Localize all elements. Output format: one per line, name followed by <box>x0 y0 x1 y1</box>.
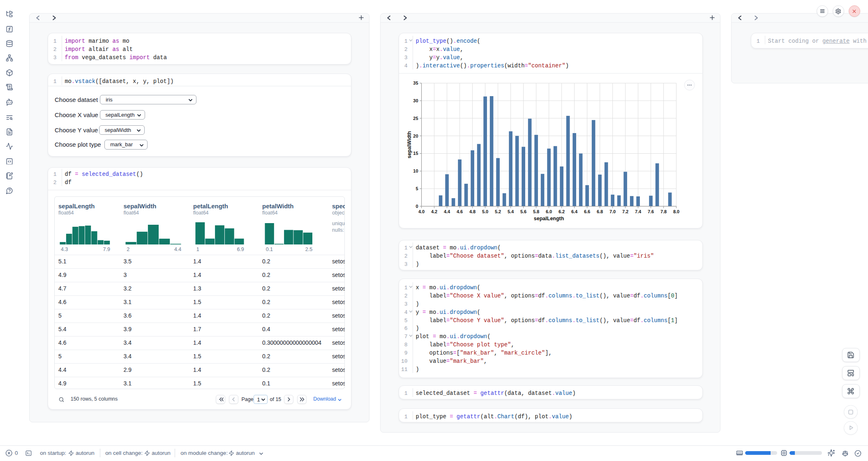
svg-text:7.0: 7.0 <box>609 209 616 214</box>
svg-text:30: 30 <box>413 98 418 103</box>
svg-text:20: 20 <box>413 134 418 138</box>
svg-text:5.6: 5.6 <box>520 209 526 214</box>
svg-text:6.2: 6.2 <box>559 209 565 214</box>
svg-text:5.2: 5.2 <box>495 209 501 214</box>
svg-text:7.4: 7.4 <box>635 209 642 214</box>
svg-text:35: 35 <box>413 81 418 85</box>
svg-text:5: 5 <box>416 186 418 191</box>
svg-text:4.2: 4.2 <box>431 209 437 214</box>
svg-text:sepalWidth: sepalWidth <box>406 131 412 159</box>
svg-text:5.8: 5.8 <box>533 209 539 214</box>
svg-text:6.4: 6.4 <box>571 209 578 214</box>
svg-text:6.0: 6.0 <box>546 209 552 214</box>
svg-text:5.4: 5.4 <box>508 209 514 214</box>
svg-text:10: 10 <box>413 168 418 173</box>
svg-text:25: 25 <box>413 116 418 121</box>
svg-text:4.6: 4.6 <box>457 209 463 214</box>
svg-text:5.0: 5.0 <box>482 209 488 214</box>
svg-text:7.8: 7.8 <box>660 209 667 214</box>
svg-text:6.8: 6.8 <box>597 209 603 214</box>
svg-text:4.4: 4.4 <box>444 209 450 214</box>
svg-text:sepalLength: sepalLength <box>534 216 564 221</box>
svg-text:7.2: 7.2 <box>622 209 628 214</box>
svg-text:4.8: 4.8 <box>469 209 476 214</box>
svg-text:15: 15 <box>413 151 418 156</box>
svg-text:4.0: 4.0 <box>418 209 425 214</box>
svg-text:6.6: 6.6 <box>584 209 590 214</box>
svg-text:0: 0 <box>416 204 418 209</box>
svg-text:7.6: 7.6 <box>648 209 654 214</box>
svg-text:8.0: 8.0 <box>673 209 679 214</box>
